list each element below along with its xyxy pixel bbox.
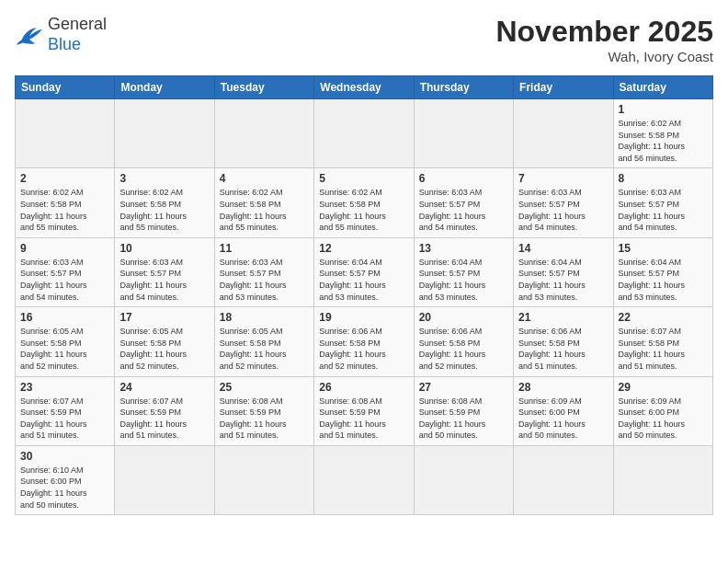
calendar-table: SundayMondayTuesdayWednesdayThursdayFrid… — [15, 75, 713, 515]
day-number: 19 — [319, 311, 408, 324]
day-number: 10 — [119, 242, 209, 255]
day-number: 28 — [518, 381, 608, 394]
day-info: Sunrise: 6:02 AM Sunset: 5:58 PM Dayligh… — [220, 187, 309, 233]
calendar-cell: 15Sunrise: 6:04 AM Sunset: 5:57 PM Dayli… — [613, 237, 712, 306]
calendar-cell: 2Sunrise: 6:02 AM Sunset: 5:58 PM Daylig… — [16, 168, 115, 237]
day-number: 26 — [319, 381, 408, 394]
calendar-week-0: 1Sunrise: 6:02 AM Sunset: 5:58 PM Daylig… — [16, 99, 713, 168]
calendar-cell — [214, 99, 313, 168]
calendar-week-2: 9Sunrise: 6:03 AM Sunset: 5:57 PM Daylig… — [16, 237, 713, 306]
day-info: Sunrise: 6:02 AM Sunset: 5:58 PM Dayligh… — [20, 187, 109, 233]
day-number: 9 — [20, 242, 109, 255]
calendar-cell — [115, 445, 214, 514]
calendar-cell: 18Sunrise: 6:05 AM Sunset: 5:58 PM Dayli… — [214, 307, 313, 376]
calendar-cell: 13Sunrise: 6:04 AM Sunset: 5:57 PM Dayli… — [414, 237, 513, 306]
location: Wah, Ivory Coast — [495, 49, 713, 64]
calendar-cell: 29Sunrise: 6:09 AM Sunset: 6:00 PM Dayli… — [613, 376, 712, 445]
calendar-cell: 24Sunrise: 6:07 AM Sunset: 5:59 PM Dayli… — [115, 376, 214, 445]
day-number: 14 — [518, 242, 608, 255]
day-number: 13 — [419, 242, 508, 255]
day-number: 3 — [119, 172, 209, 185]
day-number: 21 — [518, 311, 608, 324]
day-info: Sunrise: 6:05 AM Sunset: 5:58 PM Dayligh… — [220, 326, 309, 372]
title-block: November 2025 Wah, Ivory Coast — [495, 15, 713, 64]
day-info: Sunrise: 6:08 AM Sunset: 5:59 PM Dayligh… — [319, 396, 408, 442]
calendar-cell: 30Sunrise: 6:10 AM Sunset: 6:00 PM Dayli… — [16, 445, 115, 514]
calendar-cell: 3Sunrise: 6:02 AM Sunset: 5:58 PM Daylig… — [115, 168, 214, 237]
day-info: Sunrise: 6:02 AM Sunset: 5:58 PM Dayligh… — [119, 187, 209, 233]
day-info: Sunrise: 6:08 AM Sunset: 5:59 PM Dayligh… — [220, 396, 309, 442]
day-number: 24 — [119, 381, 209, 394]
calendar-cell: 17Sunrise: 6:05 AM Sunset: 5:58 PM Dayli… — [115, 307, 214, 376]
calendar-week-1: 2Sunrise: 6:02 AM Sunset: 5:58 PM Daylig… — [16, 168, 713, 237]
calendar-cell: 9Sunrise: 6:03 AM Sunset: 5:57 PM Daylig… — [16, 237, 115, 306]
logo-general: General — [48, 15, 107, 33]
day-info: Sunrise: 6:07 AM Sunset: 5:58 PM Dayligh… — [619, 326, 708, 372]
weekday-header-row: SundayMondayTuesdayWednesdayThursdayFrid… — [16, 76, 713, 99]
calendar-cell: 8Sunrise: 6:03 AM Sunset: 5:57 PM Daylig… — [613, 168, 712, 237]
day-number: 2 — [20, 172, 109, 185]
calendar-cell — [314, 99, 414, 168]
logo-icon — [15, 22, 44, 48]
day-info: Sunrise: 6:04 AM Sunset: 5:57 PM Dayligh… — [419, 257, 508, 303]
day-number: 27 — [419, 381, 508, 394]
calendar-cell: 19Sunrise: 6:06 AM Sunset: 5:58 PM Dayli… — [314, 307, 414, 376]
calendar-cell: 22Sunrise: 6:07 AM Sunset: 5:58 PM Dayli… — [613, 307, 712, 376]
calendar-cell — [514, 445, 613, 514]
day-number: 30 — [20, 450, 109, 463]
logo: General Blue — [15, 15, 107, 54]
calendar-cell: 14Sunrise: 6:04 AM Sunset: 5:57 PM Dayli… — [514, 237, 613, 306]
day-info: Sunrise: 6:03 AM Sunset: 5:57 PM Dayligh… — [419, 187, 508, 233]
calendar-cell: 20Sunrise: 6:06 AM Sunset: 5:58 PM Dayli… — [414, 307, 513, 376]
calendar-cell: 10Sunrise: 6:03 AM Sunset: 5:57 PM Dayli… — [115, 237, 214, 306]
calendar-cell — [514, 99, 613, 168]
day-info: Sunrise: 6:09 AM Sunset: 6:00 PM Dayligh… — [619, 396, 708, 442]
calendar-week-5: 30Sunrise: 6:10 AM Sunset: 6:00 PM Dayli… — [16, 445, 713, 514]
calendar-cell — [414, 99, 513, 168]
page-header: General Blue November 2025 Wah, Ivory Co… — [15, 15, 713, 64]
day-number: 16 — [20, 311, 109, 324]
weekday-header-thursday: Thursday — [414, 76, 513, 99]
day-info: Sunrise: 6:03 AM Sunset: 5:57 PM Dayligh… — [20, 257, 109, 303]
day-info: Sunrise: 6:03 AM Sunset: 5:57 PM Dayligh… — [518, 187, 608, 233]
day-info: Sunrise: 6:08 AM Sunset: 5:59 PM Dayligh… — [419, 396, 508, 442]
calendar-cell — [314, 445, 414, 514]
day-number: 5 — [319, 172, 408, 185]
day-number: 20 — [419, 311, 508, 324]
weekday-header-sunday: Sunday — [16, 76, 115, 99]
weekday-header-wednesday: Wednesday — [314, 76, 414, 99]
day-info: Sunrise: 6:10 AM Sunset: 6:00 PM Dayligh… — [20, 465, 109, 511]
calendar-cell — [414, 445, 513, 514]
day-info: Sunrise: 6:03 AM Sunset: 5:57 PM Dayligh… — [619, 187, 708, 233]
day-info: Sunrise: 6:06 AM Sunset: 5:58 PM Dayligh… — [319, 326, 408, 372]
day-info: Sunrise: 6:05 AM Sunset: 5:58 PM Dayligh… — [119, 326, 209, 372]
calendar-cell: 6Sunrise: 6:03 AM Sunset: 5:57 PM Daylig… — [414, 168, 513, 237]
day-info: Sunrise: 6:06 AM Sunset: 5:58 PM Dayligh… — [419, 326, 508, 372]
day-info: Sunrise: 6:02 AM Sunset: 5:58 PM Dayligh… — [619, 118, 708, 164]
day-number: 17 — [119, 311, 209, 324]
logo-text: General Blue — [48, 15, 107, 54]
weekday-header-tuesday: Tuesday — [214, 76, 313, 99]
day-info: Sunrise: 6:05 AM Sunset: 5:58 PM Dayligh… — [20, 326, 109, 372]
day-number: 25 — [220, 381, 309, 394]
weekday-header-saturday: Saturday — [613, 76, 712, 99]
day-number: 12 — [319, 242, 408, 255]
logo-blue: Blue — [48, 35, 81, 53]
day-number: 8 — [619, 172, 708, 185]
calendar-cell — [16, 99, 115, 168]
day-info: Sunrise: 6:04 AM Sunset: 5:57 PM Dayligh… — [518, 257, 608, 303]
day-info: Sunrise: 6:09 AM Sunset: 6:00 PM Dayligh… — [518, 396, 608, 442]
day-number: 1 — [619, 103, 708, 116]
calendar-cell: 12Sunrise: 6:04 AM Sunset: 5:57 PM Dayli… — [314, 237, 414, 306]
day-number: 15 — [619, 242, 708, 255]
calendar-cell: 23Sunrise: 6:07 AM Sunset: 5:59 PM Dayli… — [16, 376, 115, 445]
calendar-cell — [115, 99, 214, 168]
calendar-cell: 11Sunrise: 6:03 AM Sunset: 5:57 PM Dayli… — [214, 237, 313, 306]
calendar-cell — [214, 445, 313, 514]
weekday-header-monday: Monday — [115, 76, 214, 99]
day-info: Sunrise: 6:04 AM Sunset: 5:57 PM Dayligh… — [619, 257, 708, 303]
day-info: Sunrise: 6:03 AM Sunset: 5:57 PM Dayligh… — [220, 257, 309, 303]
calendar-cell: 26Sunrise: 6:08 AM Sunset: 5:59 PM Dayli… — [314, 376, 414, 445]
calendar-week-3: 16Sunrise: 6:05 AM Sunset: 5:58 PM Dayli… — [16, 307, 713, 376]
day-number: 4 — [220, 172, 309, 185]
